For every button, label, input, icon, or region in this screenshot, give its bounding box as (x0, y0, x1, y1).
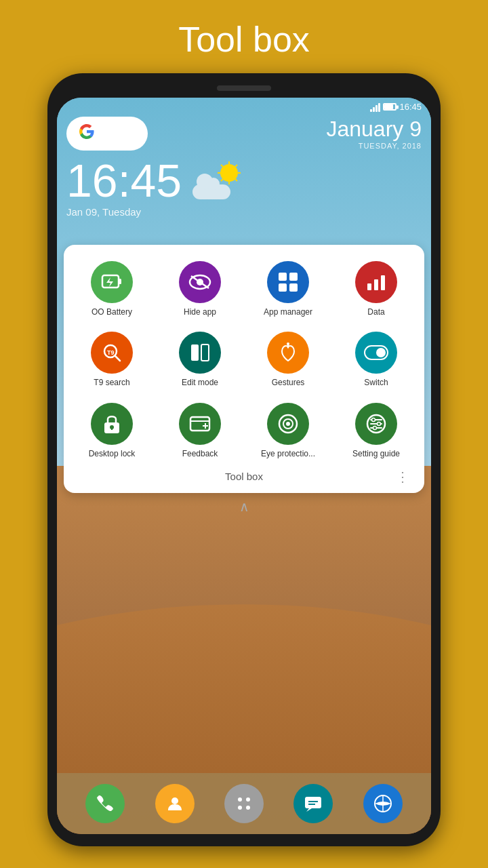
edit-mode-label: Edit mode (182, 378, 218, 387)
setting-guide-label: Setting guide (352, 449, 400, 458)
app-item-hide-app[interactable]: Hide app (157, 254, 243, 322)
svg-point-49 (238, 797, 242, 802)
phone-screen: 16:45 January 9 (57, 98, 431, 834)
svg-rect-25 (191, 344, 199, 361)
dock-browser[interactable] (363, 784, 403, 823)
desktop-lock-icon (91, 403, 133, 445)
phone-shell: 16:45 January 9 (47, 73, 441, 846)
date-main: January 9 (326, 117, 422, 142)
app-manager-label: App manager (264, 307, 312, 317)
svg-marker-11 (106, 277, 113, 287)
date-display: January 9 TUESDAY, 2018 (326, 117, 422, 150)
svg-rect-10 (119, 279, 121, 284)
eye-protection-icon (267, 403, 309, 445)
svg-marker-54 (306, 808, 312, 812)
chevron-up-icon: ∧ (239, 499, 249, 514)
oo-battery-icon (91, 261, 133, 303)
app-grid: OO Battery Hide app (69, 254, 419, 464)
svg-rect-19 (367, 283, 371, 290)
hide-app-icon (179, 261, 221, 303)
gestures-label: Gestures (272, 378, 305, 387)
dock-apps[interactable] (224, 784, 264, 823)
weather-icon (192, 162, 240, 199)
page-title: Tool box (0, 0, 488, 73)
switch-icon (355, 332, 397, 374)
more-options-icon[interactable]: ⋮ (396, 469, 409, 485)
phone-speaker (217, 85, 271, 91)
toolbox-panel: OO Battery Hide app (64, 245, 424, 493)
desktop-lock-label: Desktop lock (89, 449, 136, 458)
svg-line-7 (235, 165, 237, 167)
svg-rect-17 (279, 283, 287, 292)
svg-line-14 (191, 276, 209, 288)
app-item-t9-search[interactable]: T9 T9 search (69, 325, 155, 393)
svg-point-50 (246, 797, 250, 802)
oo-battery-label: OO Battery (92, 307, 132, 317)
eye-protection-label: Eye protectio... (261, 449, 315, 458)
app-item-oo-battery[interactable]: OO Battery (69, 254, 155, 322)
app-item-app-manager[interactable]: App manager (245, 254, 331, 322)
toolbox-name: Tool box (225, 471, 263, 482)
svg-rect-32 (111, 427, 113, 430)
svg-text:T9: T9 (107, 349, 115, 356)
svg-point-47 (373, 426, 377, 429)
dock-phone[interactable] (85, 784, 125, 823)
dock-messages[interactable] (293, 784, 333, 823)
app-item-feedback[interactable]: Feedback (157, 396, 243, 464)
svg-rect-18 (289, 283, 298, 292)
svg-rect-53 (305, 797, 321, 808)
svg-line-6 (235, 179, 237, 181)
data-label: Data (367, 307, 384, 317)
screen-content: January 9 TUESDAY, 2018 16:45 (57, 98, 431, 834)
hide-app-label: Hide app (184, 307, 216, 317)
app-item-eye-protection[interactable]: Eye protectio... (245, 396, 331, 464)
app-manager-icon (267, 261, 309, 303)
svg-rect-21 (381, 275, 385, 290)
svg-point-29 (376, 348, 386, 357)
switch-label: Switch (364, 378, 388, 387)
svg-point-48 (171, 797, 178, 804)
feedback-label: Feedback (182, 449, 218, 458)
toolbox-footer: Tool box ⋮ (69, 464, 419, 488)
svg-point-52 (246, 806, 250, 810)
google-search-pill[interactable] (66, 117, 148, 151)
t9-search-label: T9 search (94, 378, 129, 387)
status-bar: 16:45 (57, 98, 431, 115)
battery-icon (383, 103, 396, 111)
svg-rect-15 (279, 273, 287, 281)
app-item-data[interactable]: Data (333, 254, 419, 322)
signal-icon (370, 102, 380, 112)
feedback-icon (179, 403, 221, 445)
svg-rect-20 (374, 279, 378, 290)
svg-point-40 (286, 422, 290, 426)
svg-rect-16 (289, 273, 298, 281)
svg-point-27 (287, 342, 289, 345)
app-item-desktop-lock[interactable]: Desktop lock (69, 396, 155, 464)
edit-mode-icon (179, 332, 221, 374)
gestures-icon (267, 332, 309, 374)
date-line: Jan 09, Tuesday (57, 206, 431, 218)
dock-bar (57, 773, 431, 834)
date-sub: TUESDAY, 2018 (326, 142, 422, 150)
svg-point-45 (372, 418, 375, 421)
svg-point-51 (238, 806, 242, 810)
dock-contacts[interactable] (155, 784, 195, 823)
svg-point-46 (378, 422, 381, 425)
svg-line-23 (115, 356, 120, 361)
app-item-edit-mode[interactable]: Edit mode (157, 325, 243, 393)
setting-guide-icon (355, 403, 397, 445)
clock-time: 16:45 (66, 157, 182, 203)
svg-rect-26 (201, 344, 209, 361)
t9-search-icon: T9 (91, 332, 133, 374)
app-item-switch[interactable]: Switch (333, 325, 419, 393)
data-icon (355, 261, 397, 303)
google-logo (79, 123, 95, 144)
status-time: 16:45 (399, 102, 422, 112)
app-item-setting-guide[interactable]: Setting guide (333, 396, 419, 464)
svg-line-5 (221, 165, 223, 167)
app-item-gestures[interactable]: Gestures (245, 325, 331, 393)
